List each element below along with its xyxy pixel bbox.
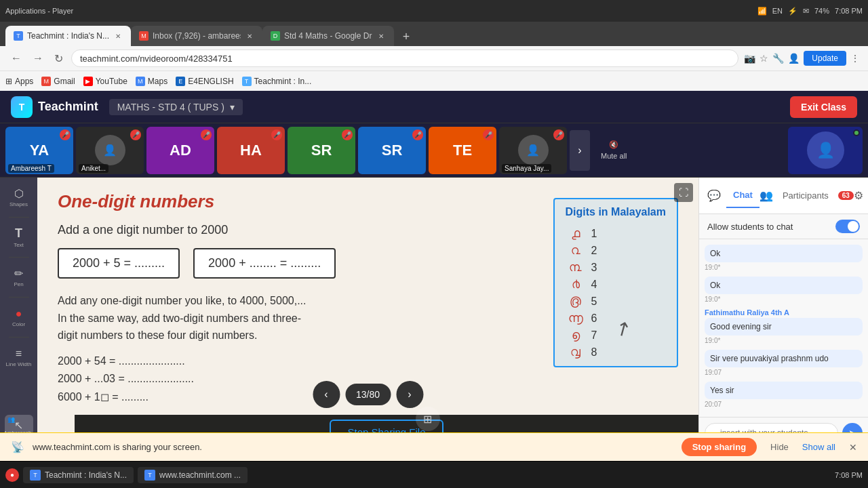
malayalam-row-2: ൨2 [566,243,667,258]
line-width-tool[interactable]: ≡ Line Width [5,343,33,371]
reload-button[interactable]: ↻ [52,49,66,68]
camera-icon[interactable]: 📷 [744,53,755,64]
tab-close-1[interactable]: ✕ [113,31,123,41]
tab-bar: T Teachmint : India's N... ✕ M Inbox (7,… [0,22,868,46]
address-icons: 📷 ☆ 🔧 👤 Update ⋮ [744,51,860,66]
participants-strip: YA 🎤 Ambareesh T 👤 🎤 Aniket... AD 🎤 HA 🎤… [0,123,868,178]
bookmark-maps[interactable]: M Maps [136,77,167,86]
address-input[interactable] [71,49,738,67]
shapes-tool[interactable]: ⬡ Shapes [5,183,33,211]
panel-tab-row: 💬 Chat 👥 Participants 63 ⚙ [699,178,868,214]
share-warning-icon: 📡 [11,441,24,453]
new-tab-button[interactable]: + [397,27,416,46]
taskbar-tray: 7:08 PM [835,471,863,479]
extensions-icon[interactable]: 🔧 [772,53,784,64]
participant-tile-presenter[interactable]: YA 🎤 Ambareesh T [5,127,73,174]
exit-class-button[interactable]: Exit Class [790,96,857,118]
participant-name: Ambareesh T [8,164,54,173]
hide-button[interactable]: Hide [765,438,794,456]
back-button[interactable]: ← [8,49,24,67]
mal-char-4: ൪ [566,277,586,291]
tool-divider-1 [9,217,29,218]
allow-chat-toggle[interactable] [835,220,860,233]
mal-char-6: ൬ [566,311,586,325]
bookmark-youtube[interactable]: ▶ YouTube [83,77,127,86]
taskbar-app-2-label: www.teachmint.com ... [159,470,241,480]
chat-text-4: Sir vere puuvakiyal prashnm udo [705,350,863,367]
mal-char-1: ൧ [566,226,586,241]
mic-off-icon-6: 🎤 [412,129,423,140]
equation-box-1: 2000 + 5 = ......... [58,248,180,279]
content-area: ⬡ Shapes T Text ✏ Pen ● Color [0,178,868,449]
tool-divider-2 [9,257,29,258]
color-tool[interactable]: ● Color [5,303,33,331]
prev-slide-button[interactable]: ‹ [313,381,340,408]
equation-box-2: 2000 + ........ = ......... [193,248,336,279]
bookmark-e4english[interactable]: E E4ENGLISH [176,77,233,86]
mic-off-icon-5: 🎤 [342,129,353,140]
tab-chat[interactable]: Chat [726,183,760,208]
participant-tile-6[interactable]: SR 🎤 [358,127,426,174]
strip-next-arrow[interactable]: › [570,130,590,171]
taskbar-app-2[interactable]: T www.teachmint.com ... [138,467,248,483]
color-icon: ● [16,308,22,320]
chat-text-2: Ok [705,277,863,294]
close-share-bar-button[interactable]: ✕ [849,442,857,453]
taskbar-app-1[interactable]: T Teachmint : India's N... [23,467,134,483]
taskbar-time: 7:08 PM [835,471,863,479]
bookmark-maps-label: Maps [148,77,167,86]
tab-teachmint[interactable]: T Teachmint : India's N... ✕ [5,26,131,46]
text-tool[interactable]: T Text [5,223,33,251]
bookmark-apps[interactable]: ⊞ Apps [5,77,33,86]
chat-sender-3: Fathimathu Raliya 4th A [705,308,863,317]
tab-gmail[interactable]: M Inbox (7,926) - ambarees... ✕ [131,26,262,46]
next-slide-button[interactable]: › [396,381,423,408]
chat-time-1: 19:0* [705,264,863,271]
participant-tile-5[interactable]: SR 🎤 [288,127,355,174]
chat-text-5: Yes sir [705,382,863,399]
tab-participants[interactable]: Participants [776,184,835,207]
tab-close-2[interactable]: ✕ [245,31,254,41]
tab-close-3[interactable]: ✕ [376,31,386,41]
participant-tile-3[interactable]: AD 🎤 [146,127,214,174]
profile-icon[interactable]: 👤 [788,53,800,64]
mute-all-block: 🔇 Mute all [593,140,635,160]
malayalam-digits-box: Digits in Malayalam ൧1 ൨2 ൩3 ൪4 ൫5 ൬6 ൭7… [553,198,679,367]
update-button[interactable]: Update [804,51,846,66]
mal-char-8: ൮ [566,345,586,359]
class-name-selector[interactable]: MATHS - STD 4 ( TUPS ) ▾ [109,99,243,115]
malayalam-row-7: ൭7 [566,328,667,342]
fullscreen-button[interactable]: ⛶ [674,183,693,202]
star-icon[interactable]: ☆ [760,53,768,64]
participant-tile-4[interactable]: HA 🎤 [217,127,285,174]
chat-text-3: Good evening sir [705,318,863,336]
slide-content-area: One-digit numbers Add a one digit number… [37,178,698,449]
teachmint-favicon: T [242,77,252,86]
bookmark-gmail[interactable]: M Gmail [41,77,75,86]
bookmark-teachmint-label: Teachmint : In... [254,77,312,86]
participant-name-8: Sanhaya Jay... [502,164,551,173]
class-name-text: MATHS - STD 4 ( TUPS ) [117,102,224,113]
line-width-icon: ≡ [16,348,22,360]
malayalam-row-6: ൬6 [566,311,667,325]
chat-message-2: Ok 19:0* [705,277,863,303]
stop-sharing-button[interactable]: Stop sharing [682,438,757,456]
participant-tile-2[interactable]: 👤 🎤 Aniket... [76,127,144,174]
participant-name-2: Aniket... [79,164,108,173]
bookmarks-bar: ⊞ Apps M Gmail ▶ YouTube M Maps E E4ENGL… [0,70,868,91]
participant-tile-7[interactable]: TE 🎤 [429,127,496,174]
settings-icon[interactable]: ⚙ [854,189,863,202]
forward-button[interactable]: → [30,49,46,67]
tab-gdrive[interactable]: D Std 4 Maths - Google Driv... ✕ [262,26,394,46]
participant-tile-8[interactable]: 👤 🎤 Sanhaya Jay... [499,127,567,174]
chat-time-2: 19:0* [705,296,863,303]
slide-area-wrapper: ⬡ Shapes T Text ✏ Pen ● Color [0,178,698,449]
malayalam-row-3: ൩3 [566,260,667,274]
pen-tool[interactable]: ✏ Pen [5,263,33,291]
mute-all-button[interactable]: 🔇 Mute all [601,140,627,160]
shapes-label: Shapes [9,201,28,207]
bookmark-teachmint[interactable]: T Teachmint : In... [242,77,312,86]
app-container: T Teachmint MATHS - STD 4 ( TUPS ) ▾ Exi… [0,91,868,488]
show-all-button[interactable]: Show all [802,442,835,452]
menu-icon[interactable]: ⋮ [850,53,860,64]
